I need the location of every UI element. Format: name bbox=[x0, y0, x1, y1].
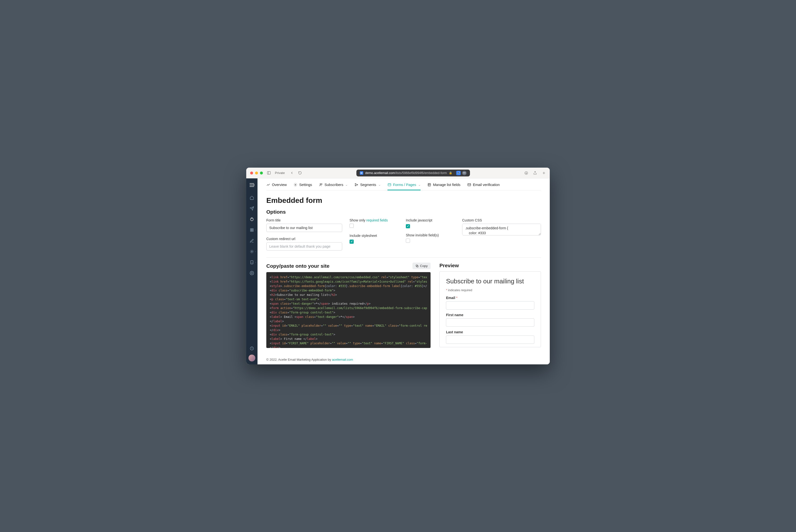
svg-rect-18 bbox=[251, 261, 253, 264]
chevron-down-icon: ⌄ bbox=[418, 183, 420, 187]
sidebar-item-lists[interactable] bbox=[247, 225, 257, 235]
redirect-url-input[interactable] bbox=[266, 242, 342, 251]
preview-lastname-input[interactable] bbox=[446, 336, 534, 344]
show-invisible-checkbox[interactable] bbox=[406, 239, 410, 243]
include-stylesheet-label: Include stylesheet bbox=[349, 234, 398, 238]
reload-icon[interactable] bbox=[298, 171, 302, 175]
svg-point-24 bbox=[320, 184, 321, 185]
include-javascript-checkbox[interactable] bbox=[406, 224, 410, 228]
svg-point-11 bbox=[252, 218, 252, 219]
svg-rect-12 bbox=[250, 229, 252, 230]
tab-overview[interactable]: Overview bbox=[266, 183, 287, 190]
list-tabs: Overview Settings Subscribers⌄ Segments⌄… bbox=[266, 178, 541, 190]
preview-heading: Preview bbox=[439, 263, 459, 268]
preview-email-label: Email * bbox=[446, 296, 534, 300]
svg-rect-26 bbox=[355, 184, 356, 184]
avatar[interactable] bbox=[248, 355, 255, 361]
preview-column: Preview Subscribe to our mailing list * … bbox=[439, 263, 541, 348]
download-icon[interactable] bbox=[524, 171, 528, 175]
url-path: /lists/5966ef9d994f6/embedded-form bbox=[395, 171, 447, 175]
sidebar-item-automation[interactable] bbox=[247, 215, 257, 224]
redirect-url-label: Custom redirect url bbox=[266, 237, 342, 241]
preview-lastname-label: Last name bbox=[446, 330, 534, 334]
svg-rect-28 bbox=[357, 185, 358, 185]
copy-icon bbox=[415, 264, 419, 268]
audio-icon[interactable]: 🔊 bbox=[456, 171, 461, 175]
main-content: Overview Settings Subscribers⌄ Segments⌄… bbox=[258, 178, 550, 364]
embed-code[interactable]: <link href="https://demo.acellemail.com/… bbox=[266, 272, 431, 348]
lock-icon: 🔒 bbox=[449, 171, 452, 174]
preview-email-input[interactable] bbox=[446, 301, 534, 309]
url-host: demo.acellemail.com bbox=[365, 171, 395, 175]
preview-title: Subscribe to our mailing list bbox=[446, 278, 534, 285]
sidebar-toggle-icon[interactable] bbox=[267, 171, 271, 175]
copy-button[interactable]: Copy bbox=[413, 263, 431, 269]
chevron-down-icon: ⌄ bbox=[345, 183, 347, 187]
form-title-label: Form title bbox=[266, 218, 342, 222]
menu-toggle-icon[interactable] bbox=[249, 181, 254, 192]
include-javascript-label: Include javascript bbox=[406, 218, 455, 222]
sidebar-item-campaigns[interactable] bbox=[247, 204, 257, 213]
options-heading: Options bbox=[266, 209, 541, 215]
close-icon[interactable] bbox=[250, 172, 253, 174]
tab-subscribers[interactable]: Subscribers⌄ bbox=[319, 183, 348, 190]
form-title-input[interactable] bbox=[266, 224, 342, 232]
sidebar-item-history[interactable] bbox=[247, 344, 257, 353]
custom-css-label: Custom CSS bbox=[462, 218, 541, 222]
code-column: Copy/paste onto your site Copy <link hre… bbox=[266, 263, 431, 348]
page-menu-icon[interactable]: ••• bbox=[462, 171, 467, 175]
svg-rect-15 bbox=[252, 230, 253, 231]
share-icon[interactable] bbox=[533, 171, 537, 175]
svg-point-25 bbox=[321, 184, 322, 185]
required-fields-link[interactable]: required fields bbox=[366, 218, 388, 222]
browser-window: Private M demo.acellemail.com/lists/5966… bbox=[246, 168, 550, 364]
svg-rect-14 bbox=[250, 230, 252, 231]
svg-point-23 bbox=[295, 184, 296, 185]
custom-css-input[interactable] bbox=[462, 224, 541, 235]
show-invisible-label: Show invisible field(s) bbox=[406, 233, 455, 237]
nav-controls bbox=[290, 171, 302, 175]
show-only-label: Show only required fields bbox=[349, 218, 398, 222]
private-label: Private bbox=[275, 171, 285, 175]
sidebar-item-templates[interactable] bbox=[247, 236, 257, 245]
sidebar-item-settings[interactable] bbox=[247, 268, 257, 278]
url-bar[interactable]: M demo.acellemail.com/lists/5966ef9d994f… bbox=[306, 170, 520, 176]
svg-point-21 bbox=[251, 272, 252, 274]
minimize-icon[interactable] bbox=[255, 172, 258, 174]
svg-rect-29 bbox=[388, 184, 391, 186]
tab-settings[interactable]: Settings bbox=[293, 183, 312, 190]
site-favicon-icon: M bbox=[360, 171, 363, 175]
back-icon[interactable] bbox=[290, 171, 294, 175]
sidebar-item-sending[interactable] bbox=[247, 247, 257, 256]
svg-point-16 bbox=[251, 251, 252, 252]
sidebar-item-home[interactable] bbox=[247, 193, 257, 202]
include-stylesheet-checkbox[interactable] bbox=[349, 240, 354, 244]
maximize-icon[interactable] bbox=[260, 172, 263, 174]
chevron-down-icon: ⌄ bbox=[378, 183, 381, 187]
footer-link[interactable]: acellemail.com bbox=[332, 358, 353, 361]
copypaste-heading: Copy/paste onto your site bbox=[266, 263, 329, 269]
svg-rect-27 bbox=[355, 185, 356, 186]
tab-forms[interactable]: Forms / Pages⌄ bbox=[387, 183, 420, 190]
footer: © 2022. Acelle Email Marketing Applicati… bbox=[266, 358, 541, 361]
svg-rect-31 bbox=[428, 184, 431, 186]
page-title: Embedded form bbox=[266, 196, 541, 205]
preview-box: Subscribe to our mailing list * indicate… bbox=[439, 271, 541, 347]
tab-manage-fields[interactable]: Manage list fields bbox=[428, 183, 460, 190]
tab-email-verification[interactable]: Email verification bbox=[467, 183, 500, 190]
show-only-checkbox[interactable] bbox=[349, 224, 354, 228]
traffic-lights bbox=[250, 172, 263, 174]
sidebar-item-reports[interactable] bbox=[247, 258, 257, 267]
options-grid: Form title Custom redirect url Show only… bbox=[266, 218, 541, 251]
preview-required-note: * indicates required bbox=[446, 288, 534, 292]
new-tab-icon[interactable] bbox=[542, 171, 546, 175]
svg-rect-13 bbox=[252, 229, 253, 230]
tab-segments[interactable]: Segments⌄ bbox=[355, 183, 380, 190]
svg-rect-0 bbox=[267, 172, 270, 174]
svg-point-17 bbox=[250, 250, 253, 253]
preview-firstname-input[interactable] bbox=[446, 318, 534, 327]
titlebar: Private M demo.acellemail.com/lists/5966… bbox=[246, 168, 550, 178]
preview-firstname-label: First name bbox=[446, 313, 534, 317]
app-sidebar bbox=[246, 178, 258, 364]
